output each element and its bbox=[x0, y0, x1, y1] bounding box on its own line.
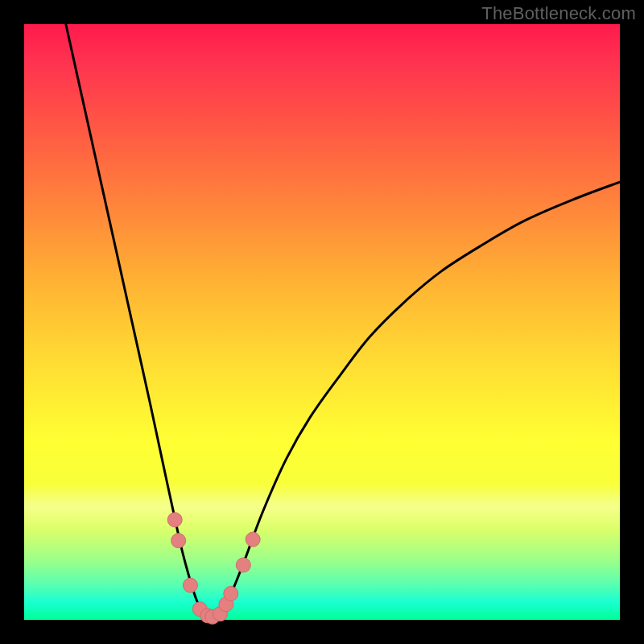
curve-right-branch bbox=[208, 182, 620, 620]
data-marker bbox=[224, 586, 238, 601]
chart-frame: TheBottleneck.com bbox=[0, 0, 644, 644]
data-marker bbox=[167, 513, 182, 527]
data-marker bbox=[246, 532, 260, 547]
data-marker bbox=[236, 558, 250, 572]
bottleneck-curve bbox=[24, 24, 620, 620]
watermark-text: TheBottleneck.com bbox=[481, 3, 636, 24]
data-marker bbox=[183, 578, 197, 592]
curve-left-branch bbox=[66, 24, 209, 620]
data-marker bbox=[171, 534, 186, 548]
marker-group bbox=[167, 513, 260, 625]
plot-area bbox=[24, 24, 620, 620]
